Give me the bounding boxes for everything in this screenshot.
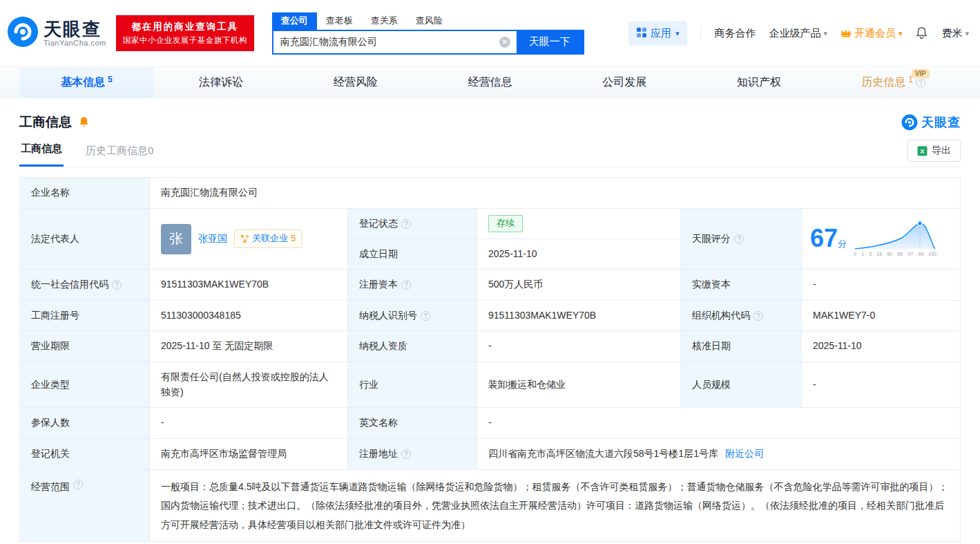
field-label-company-name: 企业名称 [20,178,150,209]
watermark-brand: 天眼查 [921,114,961,131]
field-label-tyc-score: 天眼评分? [681,209,802,270]
tab-label: 历史信息 [861,75,905,90]
search-button[interactable]: 天眼一下 [517,31,583,53]
related-companies-count: 5 [291,232,296,245]
help-icon[interactable]: ? [73,480,83,489]
value-tyc-score[interactable]: 67分 0131550859799100 [802,209,961,270]
search-tab-risk[interactable]: 查风险 [407,12,452,30]
tab-operating-info[interactable]: 经营信息 [423,67,557,97]
export-button[interactable]: X 导出 [907,140,961,162]
help-icon[interactable]: ? [112,280,122,290]
nearby-companies-link[interactable]: 附近公司 [725,447,764,462]
value-reg-status: 存续 [477,209,681,239]
value-est-date: 2025-11-10 [477,239,681,270]
value-staff-size: - [802,362,961,408]
tab-legal-litigation[interactable]: 法律诉讼 [154,67,289,97]
excel-icon: X [917,146,928,156]
subtab-history-info[interactable]: 历史工商信息0 [84,144,155,167]
value-taxpayer-quality: - [477,331,681,362]
field-label-approval-date: 核准日期 [681,331,802,362]
value-approval-date: 2025-11-10 [802,331,961,362]
help-icon[interactable]: ? [401,280,411,290]
search-input[interactable] [273,31,499,53]
nav-item-membership[interactable]: 开通会员 ▾ [840,27,903,40]
field-label-insured: 参保人数 [20,408,150,439]
top-navigation: 应用 ▾ 商务合作 企业级产品 ▾ 开通会员 ▾ 费米 ▾ [628,21,969,46]
promo-banner: 都在用的商业查询工具 国家中小企业发展子基金旗下机构 [116,15,254,51]
apps-label: 应用 [651,27,671,40]
search-area: 查公司 查老板 查关系 查风险 ✕ 天眼一下 [272,12,584,55]
help-icon[interactable]: ? [401,449,411,459]
field-label-registry: 登记机关 [20,439,150,470]
help-icon[interactable]: ? [734,234,744,244]
value-taxpayer-id: 91511303MAK1WEY70B [477,301,681,331]
search-tab-company[interactable]: 查公司 [272,12,317,30]
field-label-english-name: 英文名称 [348,408,477,439]
chevron-down-icon: ▾ [823,29,827,38]
graph-icon [240,234,249,243]
score-number: 67 [810,224,838,252]
value-insured: - [150,408,348,439]
subtab-current-info[interactable]: 工商信息 [19,142,64,167]
tab-label: 公司发展 [602,75,646,90]
tab-label: 经营信息 [468,75,512,90]
legal-rep-avatar[interactable]: 张 [161,224,191,254]
value-reg-number: 511303000348185 [150,301,348,331]
company-detail-tabs: 基本信息 5 法律诉讼 经营风险 经营信息 公司发展 知识产权 VIP 历史信息… [0,67,980,98]
apps-menu[interactable]: 应用 ▾ [628,21,688,46]
section-title: 工商信息 [19,113,72,131]
enterprise-label: 企业级产品 [769,27,820,40]
field-label-legal-rep: 法定代表人 [20,209,150,270]
monitor-bell-icon[interactable] [78,116,90,129]
help-icon[interactable]: ? [753,311,763,321]
related-companies-badge[interactable]: 关联企业 5 [234,229,302,247]
field-label-company-type: 企业类型 [20,362,150,408]
legal-rep-name-link[interactable]: 张亚国 [198,232,227,247]
field-label-business-scope: 经营范围? [20,470,150,542]
tab-history-info[interactable]: VIP 历史信息 1 ? [826,67,961,97]
help-icon[interactable]: ? [916,77,925,87]
field-label-est-date: 成立日期 [348,239,477,270]
score-distribution-chart: 0131550859799100 [854,219,936,259]
search-box: ✕ 天眼一下 [272,30,584,55]
crown-icon [840,28,852,39]
chevron-down-icon: ▾ [965,29,969,38]
vip-badge: VIP [912,69,930,78]
user-menu[interactable]: 费米 ▾ [941,27,969,40]
field-label-paid-capital: 实缴资本 [681,270,802,301]
value-org-code: MAK1WEY7-0 [802,301,961,331]
tab-intellectual-property[interactable]: 知识产权 [692,67,827,97]
bell-icon [915,26,928,40]
notifications-bell[interactable] [915,26,928,40]
help-icon[interactable]: ? [401,219,411,229]
tianyancha-logo[interactable]: 天眼查 TianYanCha.com [7,16,106,50]
tab-label: 基本信息 [61,75,105,90]
nav-item-enterprise[interactable]: 企业级产品 ▾ [769,27,827,40]
field-label-taxpayer-id: 纳税人识别号? [348,301,477,331]
field-label-org-code: 组织机构代码? [681,301,802,331]
field-label-staff-size: 人员规模 [681,362,802,408]
value-industry: 装卸搬运和仓储业 [477,362,681,408]
score-unit: 分 [838,238,847,249]
banner-line1: 都在用的商业查询工具 [123,20,247,34]
chevron-down-icon: ▾ [675,29,680,38]
search-tab-boss[interactable]: 查老板 [317,12,362,30]
related-companies-link: 关联企业 [252,232,288,245]
help-icon[interactable]: ? [421,311,430,321]
tab-operating-risk[interactable]: 经营风险 [288,67,423,97]
value-paid-capital: - [802,270,961,301]
tab-company-development[interactable]: 公司发展 [557,67,692,97]
nav-item-cooperation[interactable]: 商务合作 [714,27,756,40]
field-label-reg-capital: 注册资本? [348,270,477,301]
field-label-business-term: 营业期限 [20,331,150,362]
search-tab-relation[interactable]: 查关系 [362,12,407,30]
business-registration-table: 企业名称 南充圆汇物流有限公司 法定代表人 张 张亚国 关联企业 5 登记状态?… [19,177,961,542]
value-registry: 南充市高坪区市场监督管理局 [150,439,348,470]
value-reg-capital: 500万人民币 [477,270,681,301]
banner-line2: 国家中小企业发展子基金旗下机构 [123,35,247,46]
username: 费米 [941,27,962,40]
field-label-reg-status: 登记状态? [348,209,477,239]
tab-basic-info[interactable]: 基本信息 5 [19,67,154,97]
apps-grid-icon [637,28,646,39]
clear-search-icon[interactable]: ✕ [499,37,510,48]
